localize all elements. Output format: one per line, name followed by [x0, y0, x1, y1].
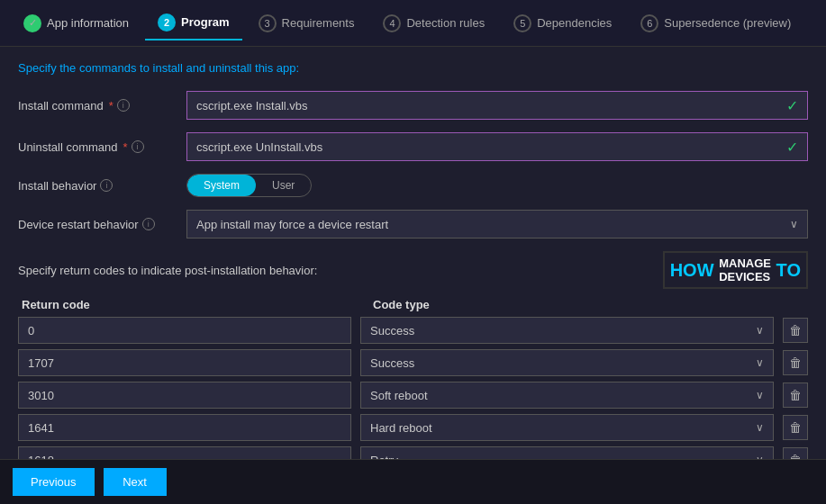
table-row: Success∨🗑 [18, 317, 808, 344]
device-restart-row: Device restart behavior i App install ma… [18, 210, 808, 238]
install-behavior-label: Install behavior i [18, 179, 176, 193]
code-type-value-3: Hard reboot [370, 421, 432, 435]
return-code-input-0[interactable] [18, 317, 351, 344]
delete-row-button-2[interactable]: 🗑 [783, 382, 808, 408]
device-restart-arrow-icon: ∨ [790, 218, 798, 230]
code-type-value-0: Success [370, 324, 414, 338]
tab-program[interactable]: 2 Program [145, 6, 241, 40]
code-type-arrow-icon-1: ∨ [756, 356, 764, 369]
install-required-marker: * [109, 99, 113, 112]
tab-requirements-label: Requirements [282, 16, 355, 30]
return-code-input-1[interactable] [18, 349, 351, 376]
install-command-label: Install command * i [18, 99, 176, 112]
code-type-dropdown-0[interactable]: Success∨ [360, 317, 774, 344]
content-area: Specify the commands to install and unin… [0, 47, 826, 459]
install-behavior-info-icon[interactable]: i [100, 179, 113, 192]
install-command-input[interactable]: cscript.exe Install.vbs ✓ [186, 91, 808, 120]
footer: Previous Next [0, 459, 826, 504]
previous-button[interactable]: Previous [13, 468, 95, 496]
code-type-dropdown-3[interactable]: Hard reboot∨ [360, 414, 774, 441]
return-codes-label: Specify return codes to indicate post-in… [18, 264, 317, 277]
watermark-manage: MANAGE [719, 256, 771, 270]
uninstall-command-label: Uninstall command * i [18, 140, 176, 154]
table-row: Success∨🗑 [18, 349, 808, 376]
device-restart-label: Device restart behavior i [18, 218, 176, 231]
next-button[interactable]: Next [104, 468, 167, 496]
return-code-input-4[interactable] [18, 446, 351, 459]
tab-dependencies-label: Dependencies [537, 16, 612, 30]
uninstall-command-value: cscript.exe UnInstall.vbs [196, 140, 779, 154]
install-command-row: Install command * i cscript.exe Install.… [18, 91, 808, 120]
code-type-arrow-icon-2: ∨ [756, 389, 764, 401]
tab-detection-rules[interactable]: 4 Detection rules [370, 7, 497, 40]
tab-dependencies-number: 5 [513, 14, 531, 32]
tab-check-icon: ✓ [23, 14, 41, 32]
device-restart-dropdown[interactable]: App install may force a device restart ∨ [186, 210, 808, 238]
tab-requirements[interactable]: 3 Requirements [246, 7, 368, 40]
delete-row-button-4[interactable]: 🗑 [783, 447, 808, 459]
install-behavior-system-btn[interactable]: System [187, 175, 256, 196]
return-codes-table-header: Return code Code type [18, 298, 808, 311]
install-behavior-user-btn[interactable]: User [256, 175, 311, 196]
tab-requirements-number: 3 [259, 14, 277, 32]
tab-program-label: Program [181, 15, 229, 29]
watermark-how: HOW [670, 260, 714, 280]
tab-app-information[interactable]: ✓ App information [11, 7, 141, 40]
tab-bar: ✓ App information 2 Program 3 Requiremen… [0, 0, 826, 47]
col-header-type: Code type [373, 298, 804, 311]
table-row: Soft reboot∨🗑 [18, 382, 808, 409]
code-type-value-2: Soft reboot [370, 389, 428, 402]
section-description: Specify the commands to install and unin… [18, 61, 808, 75]
code-type-arrow-icon-3: ∨ [756, 421, 764, 434]
watermark-to: TO [776, 260, 801, 280]
col-header-code: Return code [22, 298, 364, 311]
uninstall-check-icon: ✓ [786, 139, 798, 156]
table-row: Hard reboot∨🗑 [18, 414, 808, 441]
watermark: HOW MANAGE DEVICES TO [663, 251, 808, 289]
return-code-input-3[interactable] [18, 414, 351, 441]
tab-detection-number: 4 [383, 14, 401, 32]
delete-row-button-0[interactable]: 🗑 [783, 318, 808, 343]
code-type-dropdown-1[interactable]: Success∨ [360, 349, 774, 376]
table-row: Retry∨🗑 [18, 446, 808, 459]
install-info-icon[interactable]: i [117, 99, 130, 112]
code-type-dropdown-4[interactable]: Retry∨ [360, 446, 774, 459]
app-container: ✓ App information 2 Program 3 Requiremen… [0, 0, 826, 504]
code-type-arrow-icon-0: ∨ [756, 324, 764, 337]
tab-app-information-label: App information [47, 16, 129, 30]
install-check-icon: ✓ [786, 97, 798, 114]
watermark-devices: DEVICES [719, 270, 771, 284]
code-type-value-1: Success [370, 356, 414, 370]
tab-supersedence-label: Supersedence (preview) [664, 16, 791, 30]
uninstall-required-marker: * [123, 140, 128, 154]
uninstall-command-input[interactable]: cscript.exe UnInstall.vbs ✓ [186, 132, 808, 161]
device-restart-value: App install may force a device restart [196, 218, 388, 231]
code-type-dropdown-2[interactable]: Soft reboot∨ [360, 382, 774, 409]
tab-supersedence[interactable]: 6 Supersedence (preview) [628, 7, 803, 40]
install-behavior-row: Install behavior i System User [18, 174, 808, 197]
install-command-value: cscript.exe Install.vbs [196, 99, 779, 112]
install-behavior-toggle: System User [186, 174, 312, 197]
tab-detection-label: Detection rules [406, 16, 485, 30]
tab-program-number: 2 [158, 14, 176, 32]
delete-row-button-1[interactable]: 🗑 [783, 350, 808, 375]
device-restart-info-icon[interactable]: i [142, 218, 155, 230]
delete-row-button-3[interactable]: 🗑 [783, 415, 808, 440]
return-code-input-2[interactable] [18, 382, 351, 409]
uninstall-info-icon[interactable]: i [132, 140, 144, 153]
tab-dependencies[interactable]: 5 Dependencies [501, 7, 624, 40]
return-codes-header: Specify return codes to indicate post-in… [18, 251, 808, 289]
tab-supersedence-number: 6 [640, 14, 658, 32]
uninstall-command-row: Uninstall command * i cscript.exe UnInst… [18, 132, 808, 161]
return-codes-table: Success∨🗑Success∨🗑Soft reboot∨🗑Hard rebo… [18, 317, 808, 459]
